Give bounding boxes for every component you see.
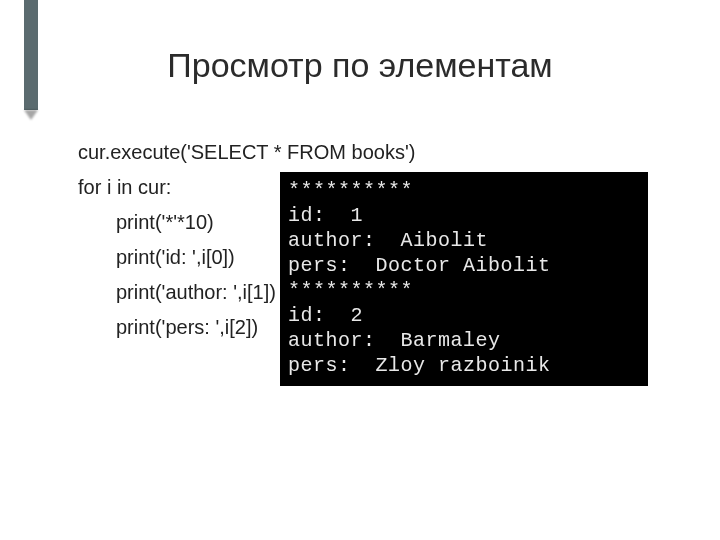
terminal-line: pers: Doctor Aibolit [288, 254, 551, 277]
accent-bar-shadow [24, 110, 38, 120]
terminal-line: ********** [288, 179, 413, 202]
code-line: cur.execute('SELECT * FROM books') [78, 141, 415, 163]
terminal-line: ********** [288, 279, 413, 302]
terminal-line: author: Aibolit [288, 229, 488, 252]
terminal-line: id: 1 [288, 204, 363, 227]
code-line: for i in cur: [78, 176, 171, 198]
terminal-output: ********** id: 1 author: Aibolit pers: D… [280, 172, 648, 386]
terminal-line: id: 2 [288, 304, 363, 327]
slide-title: Просмотр по элементам [0, 46, 720, 85]
terminal-line: pers: Zloy razboinik [288, 354, 551, 377]
terminal-line: author: Barmaley [288, 329, 501, 352]
